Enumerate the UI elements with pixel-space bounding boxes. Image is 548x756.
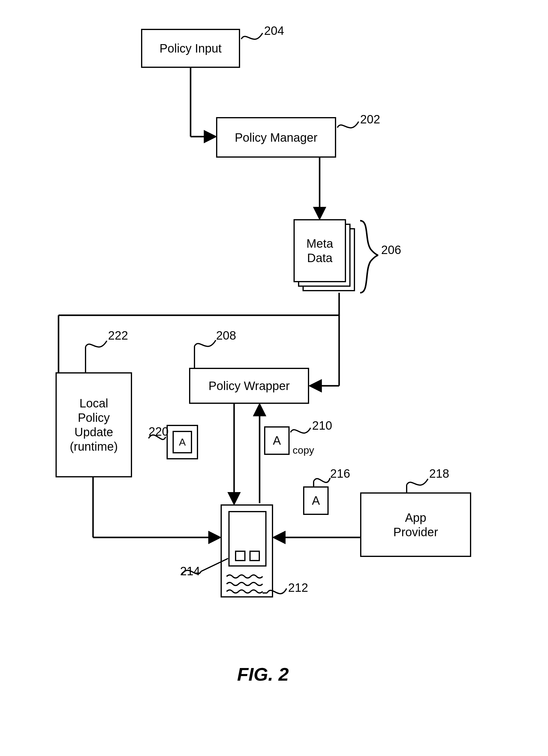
policy-input-box: Policy Input <box>141 29 240 68</box>
app-provider-label: App Provider <box>393 510 438 539</box>
policy-input-ref: 204 <box>264 24 284 38</box>
downloaded-app-icon: A <box>303 486 328 515</box>
app-copy-ref: 210 <box>312 419 332 432</box>
app-copy-letter: A <box>273 434 281 447</box>
device-screen-ref: 214 <box>180 564 200 578</box>
policy-wrapper-label: Policy Wrapper <box>209 379 289 393</box>
local-policy-update-box: Local Policy Update (runtime) <box>56 372 132 477</box>
local-policy-update-label: Local Policy Update (runtime) <box>70 396 118 454</box>
wrapped-app-letter: A <box>179 436 186 448</box>
figure-label: FIG. 2 <box>237 664 289 685</box>
local-policy-update-ref: 222 <box>108 329 128 342</box>
app-copy-icon: A <box>264 426 289 455</box>
mobile-device <box>221 504 273 597</box>
meta-data-label: Meta Data <box>306 236 333 265</box>
app-provider-box: App Provider <box>360 492 471 557</box>
meta-data-box: Meta Data <box>293 219 346 282</box>
downloaded-app-ref: 216 <box>330 467 350 480</box>
policy-manager-label: Policy Manager <box>235 130 317 145</box>
downloaded-app-letter: A <box>312 494 320 507</box>
policy-manager-ref: 202 <box>360 113 380 126</box>
meta-data-ref: 206 <box>381 243 401 257</box>
policy-input-label: Policy Input <box>160 41 222 56</box>
wrapped-app-icon: A <box>167 425 198 459</box>
device-screen <box>229 511 267 567</box>
policy-manager-box: Policy Manager <box>216 117 336 158</box>
device-app-square-2 <box>250 551 260 561</box>
policy-wrapper-ref: 208 <box>216 329 236 342</box>
wrapped-app-ref: 220 <box>149 425 169 438</box>
app-copy-copy-label: copy <box>292 444 314 456</box>
device-ref: 212 <box>288 581 308 594</box>
policy-wrapper-box: Policy Wrapper <box>189 368 309 404</box>
device-app-square-1 <box>235 551 246 561</box>
app-provider-ref: 218 <box>429 467 449 480</box>
